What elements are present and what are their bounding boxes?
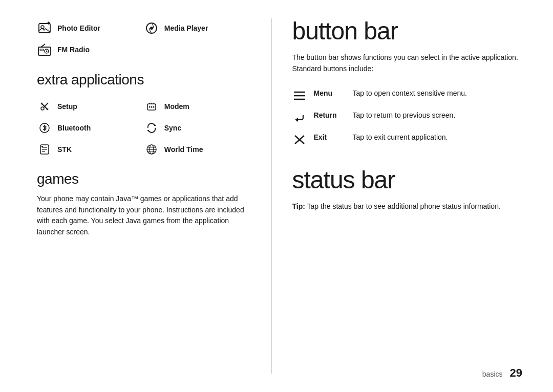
stk-icon: [37, 142, 52, 157]
extra-app-name-modem: Modem: [164, 102, 189, 111]
extra-apps-grid: Setup Modem: [37, 97, 251, 159]
extra-app-name-sync: Sync: [164, 124, 181, 132]
return-button-name: Return: [314, 110, 346, 119]
fm-radio-icon: [37, 42, 52, 57]
footer: basics 29: [482, 366, 522, 380]
svg-marker-23: [147, 130, 149, 132]
bluetooth-icon: [37, 120, 52, 136]
button-items-list: Menu Tap to open context sensitive menu.…: [292, 88, 522, 147]
svg-point-4: [150, 27, 153, 30]
footer-page-number: 29: [510, 366, 522, 380]
app-name-media-player: Media Player: [164, 24, 208, 32]
svg-marker-37: [295, 118, 298, 122]
menu-icon: [292, 89, 307, 103]
svg-point-8: [46, 51, 48, 52]
games-heading: games: [37, 171, 251, 187]
return-icon: [292, 111, 307, 125]
button-item-exit: Exit Tap to exit current application.: [292, 132, 522, 147]
tip-paragraph: Tip: Tap the status bar to see additiona…: [292, 201, 522, 212]
app-name-fm-radio: FM Radio: [57, 46, 90, 54]
setup-icon: [37, 99, 52, 114]
extra-app-bluetooth: Bluetooth: [37, 119, 144, 137]
svg-rect-9: [40, 49, 44, 51]
modem-icon: [144, 99, 159, 114]
button-bar-heading: button bar: [292, 18, 522, 44]
photo-editor-icon: [37, 20, 52, 36]
extra-app-modem: Modem: [144, 97, 251, 116]
tip-content: Tap the status bar to see additional pho…: [307, 202, 501, 210]
extra-app-name-setup: Setup: [57, 102, 77, 111]
svg-point-18: [148, 106, 150, 108]
world-time-icon: [144, 142, 159, 157]
extra-app-sync: Sync: [144, 119, 251, 137]
extra-app-name-world-time: World Time: [164, 145, 203, 154]
exit-button-name: Exit: [314, 132, 346, 141]
svg-point-13: [41, 107, 44, 110]
extra-app-setup: Setup: [37, 97, 144, 116]
svg-line-6: [41, 44, 45, 47]
right-column: button bar The button bar shows function…: [272, 0, 553, 392]
app-name-photo-editor: Photo Editor: [57, 24, 100, 32]
page: Photo Editor Media Player: [0, 0, 553, 392]
menu-button-desc: Tap to open context sensitive menu.: [353, 88, 467, 99]
app-item-photo-editor: Photo Editor: [37, 18, 144, 38]
svg-marker-22: [154, 124, 156, 126]
svg-rect-28: [41, 146, 43, 147]
games-text: Your phone may contain Java™ games or ap…: [37, 193, 251, 238]
status-bar-section: status bar Tip: Tap the status bar to se…: [292, 167, 522, 212]
extra-app-name-bluetooth: Bluetooth: [57, 124, 91, 132]
left-column: Photo Editor Media Player: [0, 0, 271, 392]
status-bar-heading: status bar: [292, 167, 522, 193]
extra-app-name-stk: STK: [57, 145, 72, 154]
menu-button-name: Menu: [314, 88, 346, 97]
exit-button-desc: Tap to exit current application.: [353, 132, 448, 143]
tip-label: Tip:: [292, 202, 305, 210]
sync-icon: [144, 120, 159, 136]
button-item-menu: Menu Tap to open context sensitive menu.: [292, 88, 522, 103]
media-player-icon: [144, 20, 159, 36]
top-apps-grid: Photo Editor Media Player: [37, 18, 251, 59]
return-button-desc: Tap to return to previous screen.: [353, 110, 456, 121]
exit-icon: [292, 133, 307, 147]
button-bar-intro: The button bar shows functions you can s…: [292, 52, 522, 74]
extra-app-world-time: World Time: [144, 140, 251, 159]
app-item-fm-radio: FM Radio: [37, 40, 144, 59]
extra-applications-heading: extra applications: [37, 72, 251, 88]
extra-app-stk: STK: [37, 140, 144, 159]
footer-section-label: basics: [482, 370, 503, 378]
button-item-return: Return Tap to return to previous screen.: [292, 110, 522, 125]
svg-point-19: [151, 106, 152, 108]
app-item-media-player: Media Player: [144, 18, 251, 38]
svg-point-20: [153, 106, 154, 108]
